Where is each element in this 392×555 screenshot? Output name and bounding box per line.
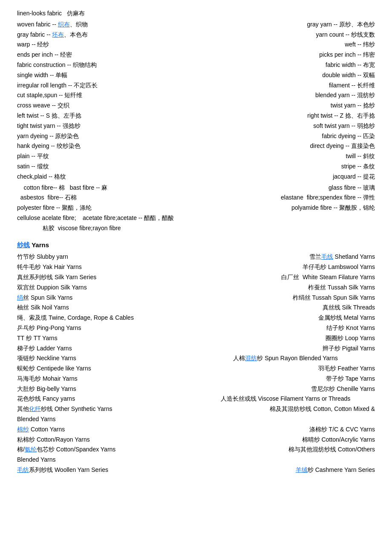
row-cotton-glass: cotton fibre-- 棉 bast fibre -- 麻 glass f…: [17, 183, 375, 193]
yarns-title: 纱线 Yarns: [17, 240, 375, 251]
row-hank-dyeing: hank dyeing -- 绞纱染色 direct dyeing -- 直接染…: [17, 141, 375, 151]
row-cotton-yarns: 棉纱 Cotton Yarns 涤棉纱 T/C & CVC Yarns: [17, 425, 375, 435]
row-bigbelly: 大肚纱 Big-belly Yarns 雪尼尔纱 Chenille Yarns: [17, 384, 375, 394]
col-left: woven fabric -- 织布、织物: [17, 20, 196, 30]
row-viscose: 粘胶 viscose fibre;rayon fibre: [17, 223, 375, 234]
row-left-twist: left twist -- S 捻、左手捻 right twist -- Z 捻…: [17, 111, 375, 121]
row-fancy: 花色纱线 Fancy yarns 人造长丝或线 Viscose Filament…: [17, 394, 375, 404]
row-ends: ends per inch -- 经密 picks per inch -- 纬密: [17, 50, 375, 60]
fibre-section: cotton fibre-- 棉 bast fibre -- 麻 glass f…: [17, 183, 375, 234]
col-right: gray yarn -- 原纱、本色纱: [196, 20, 375, 30]
row-irregular: irregular roll length -- 不定匹长 filament -…: [17, 81, 375, 91]
link-maoxian[interactable]: 毛线: [321, 253, 333, 260]
row-polyester-polyamide: polyester fibre -- 聚酯，涤纶 polyamide fibre…: [17, 203, 375, 213]
row-tight-twist: tight twist yarn -- 强捻纱 soft twist yarn …: [17, 121, 375, 131]
row-twine: 绳、索及缆 Twine, Cordage, Rope & Cables 金属纱线…: [17, 313, 375, 323]
row-plain: plain -- 平纹 twill -- 斜纹: [17, 151, 375, 162]
link-maofang[interactable]: 毛纺: [17, 466, 29, 473]
row-woven: woven fabric -- 织布、织物 gray yarn -- 原纱、本色…: [17, 20, 375, 30]
row-centipede: 蜈蚣纱 Centipede like Yarns 羽毛纱 Feather Yar…: [17, 364, 375, 374]
row-yarn-dyeing: yarn dyeing -- 原纱染色 fabric dyeing -- 匹染: [17, 131, 375, 142]
row-gray-fabric: gray fabric -- 坯布、本色布 yarn count -- 纱线支数: [17, 30, 375, 40]
yarns-section: 纱线 Yarns 竹节纱 Slubby yarn 雪兰毛线 Shetland Y…: [17, 240, 375, 475]
row-woollen: 毛纺系列纱线 Woollen Yarn Series 羊绒纱 Cashmere …: [17, 465, 375, 475]
row-mohair: 马海毛纱 Mohair Yarns 带子纱 Tape Yarns: [17, 374, 375, 384]
blended-yarns-label-2: Blended Yarns: [17, 455, 375, 465]
intro-line: linen-looks fabric 仿麻布: [17, 9, 375, 19]
fabric-terms-section: woven fabric -- 织布、织物 gray yarn -- 原纱、本色…: [17, 20, 375, 182]
row-silk-series: 真丝系列纱线 Silk Yarn Series 白厂丝 White Steam …: [17, 272, 375, 283]
link-yangrong[interactable]: 羊绒: [296, 466, 308, 473]
link-zhifu[interactable]: 织布: [58, 21, 70, 28]
link-aniun[interactable]: 氨纶: [25, 446, 37, 453]
row-single-width: single width -- 单幅 double width -- 双幅: [17, 70, 375, 81]
link-huaxian[interactable]: 化纤: [29, 405, 41, 412]
row-ping-pong: 乒乓纱 Ping-Pong Yarns 结子纱 Knot Yarns: [17, 323, 375, 333]
link-yarns-title[interactable]: 纱线: [17, 241, 30, 249]
row-neckline: 项链纱 Neckline Yarns 人棉混纺纱 Spun Rayon Blen…: [17, 353, 375, 364]
row-cotton-spandex: 棉/氨纶包芯纱 Cotton/Spandex Yarns 棉与其他混纺纱线 Co…: [17, 445, 375, 455]
blended-yarns-label-1: Blended Yarns: [17, 414, 375, 425]
row-other-synthetic: 其他化纤纱线 Other Synthetic Yarns 棉及其混纺纱线 Cot…: [17, 404, 375, 414]
link-miansa[interactable]: 棉纱: [17, 426, 29, 433]
row-duppion: 双宫丝 Duppion Silk Yarns 柞蚕丝 Tussah Silk Y…: [17, 283, 375, 293]
row-spun-silk: 绢丝 Spun Silk Yarns 柞绢丝 Tussah Spun Silk …: [17, 293, 375, 303]
row-check: check,plaid -- 格纹 jacquard -- 提花: [17, 172, 375, 182]
row-construction: fabric construction -- 织物结构 fabric width…: [17, 60, 375, 70]
row-cut-staple: cut staple,spun -- 短纤维 blended yarn -- 混…: [17, 90, 375, 101]
row-satin: satin -- 缎纹 stripe -- 条纹: [17, 162, 375, 172]
row-ladder: 梯子纱 Ladder Yarns 辫子纱 Pigtail Yarns: [17, 344, 375, 354]
row-tt: TT 纱 TT Yarns 圈圈纱 Loop Yarns: [17, 333, 375, 344]
row-yak: 牦牛毛纱 Yak Hair Yarns 羊仔毛纱 Lambswool Yarns: [17, 262, 375, 272]
link-pebu[interactable]: 坯布: [52, 31, 64, 38]
row-silk-noil: 柚丝 Silk Noil Yarns 真丝线 Silk Threads: [17, 303, 375, 313]
row-asbestos-elastane: asbestos fibre-- 石棉 elastane fibre;spend…: [17, 193, 375, 203]
link-juan[interactable]: 绢: [17, 294, 23, 301]
row-slubby: 竹节纱 Slubby yarn 雪兰毛线 Shetland Yarns: [17, 252, 375, 262]
row-cellulose: cellulose acelate fibre; acetate fibre;a…: [17, 213, 375, 223]
row-cross-weave: cross weave -- 交织 twist yarn -- 捻纱: [17, 101, 375, 111]
row-warp: warp -- 经纱 weft -- 纬纱: [17, 40, 375, 50]
row-cotton-rayon: 粘棉纱 Cotton/Rayon Yarns 棉晴纱 Cotton/Acryli…: [17, 435, 375, 445]
link-hunfang[interactable]: 混纺: [245, 355, 257, 361]
page-container: linen-looks fabric 仿麻布 woven fabric -- 织…: [17, 9, 375, 475]
